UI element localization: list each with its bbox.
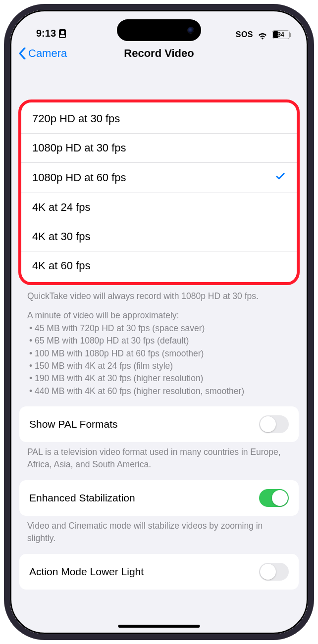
phone-screen: 9:13 SOS 34 Camera Record Video [10,10,308,634]
checkmark-icon [275,171,286,185]
actionmode-label: Action Mode Lower Light [29,566,144,578]
back-button[interactable]: Camera [18,47,67,60]
size-estimate-header: A minute of video will be approximately: [27,309,291,322]
phone-frame: 9:13 SOS 34 Camera Record Video [4,4,314,640]
resolution-option-label: 4K at 30 fps [32,230,90,243]
home-indicator[interactable] [118,625,200,628]
size-estimate-bullet: • 440 MB with 4K at 60 fps (higher resol… [27,385,291,397]
status-time: 9:13 [36,28,56,39]
nav-bar: Camera Record Video [11,40,307,67]
actionmode-toggle[interactable] [259,563,289,581]
resolution-list: 720p HD at 30 fps1080p HD at 30 fps1080p… [21,104,297,280]
size-estimate-bullet: • 65 MB with 1080p HD at 30 fps (default… [27,335,291,347]
resolution-option-label: 4K at 24 fps [32,201,90,214]
dynamic-island [117,19,201,41]
resolution-option[interactable]: 4K at 60 fps [21,251,297,280]
stabilization-group: Enhanced Stabilization [19,480,299,516]
resolution-highlight-box: 720p HD at 30 fps1080p HD at 30 fps1080p… [18,99,300,285]
pal-footer: PAL is a television video format used in… [18,442,300,471]
wifi-icon [257,31,268,39]
pal-row[interactable]: Show PAL Formats [19,406,299,442]
resolution-option-label: 1080p HD at 30 fps [32,142,126,154]
resolution-option[interactable]: 4K at 30 fps [21,222,297,251]
size-estimate-block: A minute of video will be approximately:… [27,309,291,397]
actionmode-row[interactable]: Action Mode Lower Light [19,554,299,590]
content-area: 720p HD at 30 fps1080p HD at 30 fps1080p… [11,67,307,590]
stabilization-footer: Video and Cinematic mode will stabilize … [18,516,300,545]
quicktake-note: QuickTake video will always record with … [27,290,291,302]
resolution-option[interactable]: 720p HD at 30 fps [21,104,297,133]
resolution-option-label: 720p HD at 30 fps [32,112,120,125]
resolution-option[interactable]: 1080p HD at 60 fps [21,162,297,193]
size-estimate-bullet: • 190 MB with 4K at 30 fps (higher resol… [27,372,291,385]
stabilization-toggle[interactable] [259,489,289,507]
contact-card-icon [59,29,66,38]
resolution-footer: QuickTake video will always record with … [18,285,300,397]
resolution-option[interactable]: 1080p HD at 30 fps [21,133,297,162]
back-label: Camera [28,47,67,60]
pal-toggle[interactable] [259,415,289,433]
resolution-option[interactable]: 4K at 24 fps [21,193,297,222]
stabilization-row[interactable]: Enhanced Stabilization [19,480,299,516]
battery-icon: 34 [272,30,290,39]
pal-label: Show PAL Formats [29,418,118,430]
resolution-option-label: 1080p HD at 60 fps [32,171,126,184]
pal-group: Show PAL Formats [19,406,299,442]
status-sos: SOS [236,30,253,39]
battery-percent: 34 [272,31,289,38]
chevron-left-icon [18,48,26,59]
resolution-option-label: 4K at 60 fps [32,259,90,272]
actionmode-group: Action Mode Lower Light [19,554,299,590]
size-estimate-bullet: • 150 MB with 4K at 24 fps (film style) [27,360,291,372]
size-estimate-bullet: • 45 MB with 720p HD at 30 fps (space sa… [27,322,291,335]
stabilization-label: Enhanced Stabilization [29,492,135,504]
front-camera-icon [187,27,194,34]
size-estimate-bullet: • 100 MB with 1080p HD at 60 fps (smooth… [27,347,291,360]
